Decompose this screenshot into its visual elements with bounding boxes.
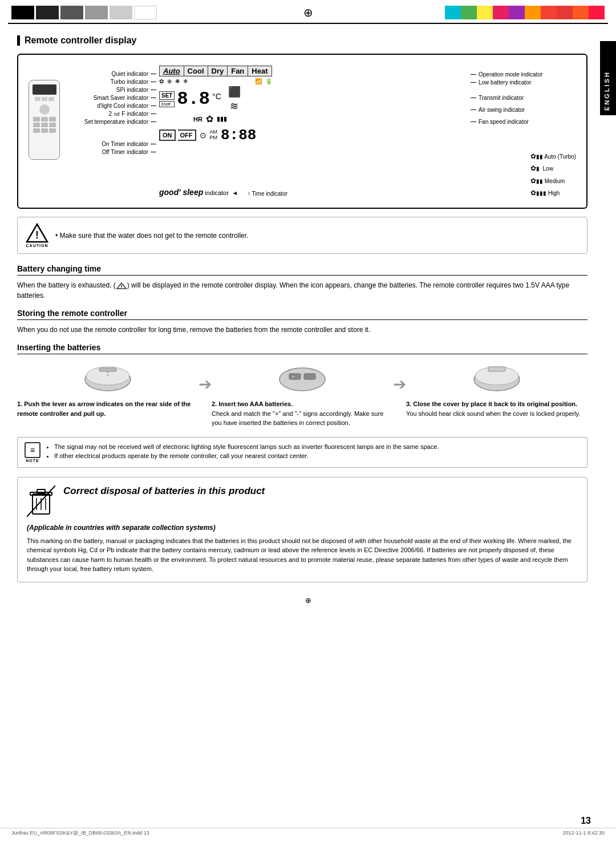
caution-icon-wrap: ! CAUTION [26, 223, 48, 248]
note-box: ≡ NOTE The signal may not be received we… [17, 437, 587, 468]
lcd-set-label: SET [159, 91, 175, 100]
lcd-bottom-row: ON OFF ⊙ AM PM 8:88 [159, 127, 272, 144]
lcd-icon-fan: ❋ [175, 78, 180, 84]
remote-grid-btn-4 [33, 123, 40, 127]
lcd-mode-heat: Heat [248, 66, 271, 76]
lcd-mode-cool: Cool [184, 66, 208, 76]
svg-text:+: + [292, 375, 294, 379]
caution-box: ! CAUTION • Make sure that the water doe… [17, 217, 587, 254]
labels-left: Quiet indicator Turbo indicator SPi indi… [71, 63, 156, 156]
step-arrow-2: ➔ [393, 363, 406, 394]
remote-grid-btn-1 [33, 117, 40, 122]
label-ontimer: On Timer indicator [71, 141, 156, 147]
lcd-hr: HR [193, 116, 202, 123]
color-bar-green [461, 6, 477, 19]
lcd-set-2ndf: SET 2ndF [159, 91, 175, 107]
disposal-box: Correct disposal of batteries in this pr… [17, 477, 587, 582]
subsection-inserting: Inserting the batteries [17, 343, 587, 354]
step1-desc: 1. Push the lever as arrow indicates on … [17, 399, 198, 418]
remote-sketch [29, 80, 60, 160]
lcd-mode-dry: Dry [208, 66, 228, 76]
color-bar-orange [525, 6, 541, 19]
battery-steps: 1. Push the lever as arrow indicates on … [17, 363, 587, 428]
disposal-title: Correct disposal of batteries in this pr… [63, 485, 265, 497]
label-settemp: Set temperature indicator [71, 119, 156, 125]
note-bullet-2: If other electrical products operate by … [54, 451, 439, 461]
good-sleep-text: good' sleep [159, 188, 203, 197]
color-bar-cyan [445, 6, 461, 19]
footer-right: 2012-11-1 9:42:30 [562, 830, 605, 836]
note-bullet-1: The signal may not be received well of e… [54, 442, 439, 452]
footer-left: Junfrau EU_AR09FSSK&Y@_IB_DB68-03363A_EN… [11, 830, 149, 836]
lcd-ampm: AM PM [210, 129, 218, 141]
fan-speed-high: ✿▮▮▮ High [530, 187, 576, 200]
fan-speed-legend: ✿▮▮ Auto (Turbo) ✿▮ Low ✿▮▮ Medium ✿▮▮▮ … [530, 151, 576, 200]
svg-rect-9 [289, 374, 301, 379]
lcd-mode-fan: Fan [228, 66, 248, 76]
color-bar-red [541, 6, 557, 19]
remote-btn-round [39, 104, 50, 115]
caution-text: • Make sure that the water does not get … [55, 232, 248, 240]
remote-display-box: Quiet indicator Turbo indicator SPi indi… [17, 54, 587, 209]
lcd-2ndf-label: 2ndF [159, 101, 175, 107]
lcd-mode-auto: Auto [160, 66, 184, 76]
color-bar-purple [509, 6, 525, 19]
remote-btn-2 [42, 97, 47, 101]
lcd-mode-row: Auto Cool Dry Fan Heat [159, 66, 272, 76]
time-indicator-label: ↑ Time indicator [248, 191, 287, 197]
page-number: 13 [581, 816, 591, 826]
remote-grid-btn-8 [41, 128, 48, 133]
svg-rect-6 [99, 368, 116, 371]
color-bar-red2 [557, 6, 573, 19]
svg-rect-15 [488, 367, 505, 371]
remote-grid-btn-2 [41, 117, 48, 122]
note-text: The signal may not be received well of e… [46, 442, 439, 461]
label-quiet: Quiet indicator [71, 71, 156, 77]
battery-changing-section: Battery changing time When the battery i… [17, 264, 587, 301]
step2-desc: 2. Insert two AAA batteries. Check and m… [212, 399, 393, 428]
center-reg-mark: ⊕ [303, 6, 313, 19]
diagram-area: Quiet indicator Turbo indicator SPi indi… [71, 63, 576, 200]
storing-body: When you do not use the remote controlle… [17, 325, 587, 335]
good-sleep-arrow: ◂ [233, 189, 237, 196]
caution-triangle-icon: ! [26, 223, 48, 243]
label-fanspeed: Fan speed indicator [471, 119, 576, 125]
english-sidebar: ENGLISH [600, 41, 616, 115]
label-transmit: Transmit indicator [471, 95, 576, 101]
lcd-fan-icon: ✿ [206, 114, 213, 124]
caution-label: CAUTION [26, 244, 48, 248]
fan-speed-auto: ✿▮▮ Auto (Turbo) [530, 151, 576, 163]
label-smartsaver: Smart Saver indicator [71, 95, 156, 101]
disposal-title-text: Correct disposal of batteries in this pr… [63, 485, 265, 497]
remote-display-section: Remote controller display [17, 35, 587, 254]
disposal-bin-icon [27, 485, 55, 517]
lcd-off: OFF [178, 129, 196, 141]
lcd-temp-display: 8.8 [177, 88, 210, 110]
lcd-hr-fan-row: HR ✿ ▮▮▮ [193, 114, 272, 124]
color-bar-red3 [589, 6, 605, 19]
step2-image: + - [212, 363, 393, 395]
black-bar-6 [134, 6, 157, 19]
battery-step-2: + - 2. Insert two AAA batteries. Check a… [212, 363, 393, 428]
lcd-icons-row: ✿ ⊕ ❋ ❄ 📶 🔋 [159, 78, 272, 84]
battery-changing-body: When the battery is exhausted, () will b… [17, 280, 587, 301]
step2-illustration: + - [277, 363, 328, 395]
bottom-reg-mark: ⊕ [0, 596, 616, 605]
remote-grid-btn-6 [49, 123, 56, 127]
remote-screen [33, 84, 56, 95]
battery-step-3: 3. Close the cover by place it back to i… [406, 363, 587, 418]
svg-rect-10 [304, 374, 315, 379]
label-airswing: Air swing indicator [471, 107, 576, 113]
disposal-header: Correct disposal of batteries in this pr… [27, 485, 578, 517]
lcd-icon-swing: ≋ [230, 100, 238, 112]
svg-line-22 [27, 485, 55, 517]
remote-grid-btn-7 [33, 128, 40, 133]
remote-btn-1 [35, 97, 40, 101]
black-bar-1 [11, 6, 34, 19]
remote-image-container [29, 80, 63, 160]
page-footer: Junfrau EU_AR09FSSK&Y@_IB_DB68-03363A_EN… [0, 828, 616, 837]
disposal-body: This marking on the battery, manual or p… [27, 536, 578, 574]
lcd-icon-cool: ❄ [183, 78, 188, 84]
label-offtimer: Off Timer indicator [71, 149, 156, 155]
remote-grid-btn-5 [41, 123, 48, 127]
